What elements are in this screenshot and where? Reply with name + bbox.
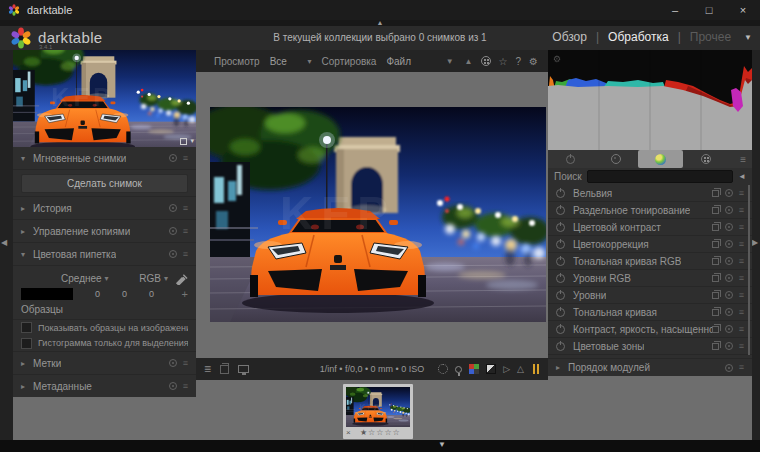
show-samples-option[interactable]: Показывать образцы на изображении <box>13 320 196 335</box>
power-icon[interactable] <box>556 223 565 232</box>
chevron-down-icon[interactable]: ▼ <box>744 33 752 42</box>
module-row[interactable]: Цветовые зоны ≡ <box>548 338 752 355</box>
presets-icon[interactable]: ≡ <box>183 250 188 259</box>
power-icon[interactable] <box>556 325 565 334</box>
zoom-dropdown-icon[interactable]: ▾ <box>190 137 194 145</box>
module-row[interactable]: Тональная кривая RGB ≡ <box>548 253 752 270</box>
view-darkroom[interactable]: Обработка <box>608 30 669 44</box>
reset-icon[interactable] <box>169 204 177 212</box>
tab-favorites[interactable] <box>593 150 638 168</box>
section-snapshots[interactable]: ▾ Мгновенные снимки ≡ <box>13 147 196 170</box>
power-icon[interactable] <box>556 240 565 249</box>
power-icon[interactable] <box>556 206 565 215</box>
presets-icon[interactable]: ≡ <box>739 223 744 232</box>
filter-value[interactable]: Все <box>270 56 287 67</box>
presets-icon[interactable]: ≡ <box>739 308 744 317</box>
module-row[interactable]: Контраст, яркость, насыщенность ≡ <box>548 321 752 338</box>
presets-icon[interactable]: ≡ <box>183 382 188 391</box>
clear-search-icon[interactable]: ◄ <box>738 172 746 181</box>
module-row[interactable]: Уровни ≡ <box>548 287 752 304</box>
multi-instance-icon[interactable] <box>712 190 719 197</box>
reset-icon[interactable] <box>725 240 733 248</box>
filmstrip-thumbnail[interactable]: × ★☆☆☆☆ <box>343 384 413 439</box>
module-row[interactable]: Цветовой контраст ≡ <box>548 219 752 236</box>
add-sample-button[interactable]: + <box>182 288 188 300</box>
module-label[interactable]: Цветовые зоны <box>573 341 644 352</box>
power-icon[interactable] <box>556 308 565 317</box>
reset-icon[interactable] <box>169 359 177 367</box>
power-icon[interactable] <box>556 189 565 198</box>
module-label[interactable]: Раздельное тонирование <box>573 205 690 216</box>
multi-instance-icon[interactable] <box>712 224 719 231</box>
section-metadata[interactable]: ▸ Метаданные ≡ <box>13 375 196 397</box>
presets-icon[interactable]: ≡ <box>739 274 744 283</box>
multi-instance-icon[interactable] <box>712 258 719 265</box>
multi-instance-icon[interactable] <box>712 343 719 350</box>
multi-instance-icon[interactable] <box>712 309 719 316</box>
section-history[interactable]: ▸ История ≡ <box>13 197 196 220</box>
reset-icon[interactable] <box>725 189 733 197</box>
presets-icon[interactable]: ≡ <box>739 206 744 215</box>
module-label[interactable]: Уровни RGB <box>573 273 631 284</box>
reset-icon[interactable] <box>169 250 177 258</box>
presets-icon[interactable]: ≡ <box>739 342 744 351</box>
picker-mode-select[interactable]: Среднее <box>61 273 102 284</box>
power-icon[interactable] <box>556 274 565 283</box>
minimize-button[interactable]: – <box>658 0 692 20</box>
presets-icon[interactable]: ≡ <box>739 257 744 266</box>
help-icon[interactable]: ? <box>515 56 521 67</box>
module-label[interactable]: Вельвия <box>573 188 612 199</box>
tab-color-modules[interactable] <box>638 150 683 168</box>
module-row[interactable]: Уровни RGB ≡ <box>548 270 752 287</box>
restrict-histogram-option[interactable]: Гистограмма только для выделения <box>13 335 196 352</box>
overexposure-icon[interactable] <box>455 366 462 373</box>
presets-icon[interactable]: ≡ <box>739 189 744 198</box>
main-image[interactable] <box>210 107 546 322</box>
module-label[interactable]: Тональная кривая RGB <box>573 256 681 267</box>
search-input[interactable] <box>587 170 733 183</box>
reset-icon[interactable] <box>725 308 733 316</box>
power-icon[interactable] <box>556 342 565 351</box>
multi-instance-icon[interactable] <box>712 326 719 333</box>
reset-icon[interactable] <box>725 342 733 350</box>
tab-active-modules[interactable] <box>548 150 593 168</box>
multi-instance-icon[interactable] <box>712 207 719 214</box>
module-label[interactable]: Тональная кривая <box>573 307 657 318</box>
presets-icon[interactable]: ≡ <box>183 154 188 163</box>
reset-icon[interactable] <box>725 223 733 231</box>
navigator-thumbnail[interactable]: ▾ <box>13 50 196 147</box>
zoom-fit-icon[interactable] <box>180 138 187 145</box>
section-tags[interactable]: ▸ Метки ≡ <box>13 352 196 375</box>
section-color-picker[interactable]: ▾ Цветовая пипетка ≡ <box>13 243 196 266</box>
module-label[interactable]: Контраст, яркость, насыщенность <box>573 324 712 335</box>
reset-icon[interactable] <box>725 257 733 265</box>
multi-instance-icon[interactable] <box>712 292 719 299</box>
picker-space-select[interactable]: RGB <box>139 273 161 284</box>
eyedropper-icon[interactable] <box>175 272 188 285</box>
reset-icon[interactable] <box>169 154 177 162</box>
panel-down-icon[interactable]: ▼ <box>438 440 446 450</box>
checkbox[interactable] <box>21 322 32 333</box>
grouping-icon[interactable] <box>481 56 491 66</box>
reset-icon[interactable] <box>725 291 733 299</box>
module-order-section[interactable]: ▸ Порядок модулей ≡ <box>548 358 752 376</box>
module-row[interactable]: Вельвия ≡ <box>548 185 752 202</box>
thumbnail-image[interactable] <box>346 387 410 427</box>
reset-icon[interactable] <box>725 206 733 214</box>
star-rating[interactable]: ★☆☆☆☆ <box>351 428 410 437</box>
bottom-panel-handle[interactable] <box>0 440 760 452</box>
presets-icon[interactable]: ≡ <box>739 325 744 334</box>
reset-icon[interactable] <box>725 274 733 282</box>
module-row[interactable]: Тональная кривая ≡ <box>548 304 752 321</box>
take-snapshot-button[interactable]: Сделать снимок <box>21 174 188 193</box>
module-label[interactable]: Уровни <box>573 290 606 301</box>
module-label[interactable]: Цветовой контраст <box>573 222 661 233</box>
presets-icon[interactable]: ≡ <box>183 359 188 368</box>
multi-instance-icon[interactable] <box>712 275 719 282</box>
checkbox[interactable] <box>21 338 32 349</box>
reset-icon[interactable] <box>169 382 177 390</box>
close-button[interactable]: × <box>726 0 760 20</box>
module-row[interactable]: Раздельное тонирование ≡ <box>548 202 752 219</box>
presets-icon[interactable]: ≡ <box>183 227 188 236</box>
presets-icon[interactable]: ≡ <box>739 291 744 300</box>
